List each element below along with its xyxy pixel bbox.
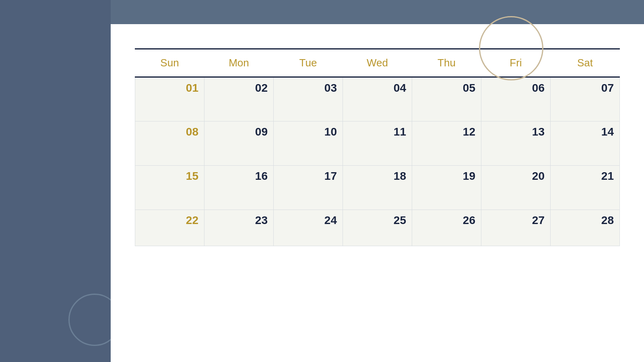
calendar-week-row: 08091011121314: [135, 121, 620, 166]
calendar-day: 27: [481, 210, 551, 246]
calendar-day: 09: [204, 121, 274, 166]
day-header-tue: Tue: [274, 49, 343, 77]
calendar-day: 20: [481, 166, 551, 210]
calendar-week-row: 22232425262728: [135, 210, 620, 246]
calendar-day: 08: [135, 121, 204, 166]
calendar-day: 02: [204, 77, 274, 121]
calendar-day: 17: [274, 166, 343, 210]
day-header-thu: Thu: [412, 49, 481, 77]
calendar-day: 07: [551, 77, 620, 121]
calendar-day: 04: [343, 77, 412, 121]
calendar-day: 24: [274, 210, 343, 246]
days-header-row: Sun Mon Tue Wed Thu Fri Sat: [135, 49, 620, 77]
calendar-week-row: 15161718192021: [135, 166, 620, 210]
day-header-wed: Wed: [343, 49, 412, 77]
circle-decoration-right: [479, 16, 543, 80]
calendar-day: 28: [551, 210, 620, 246]
calendar-day: 06: [481, 77, 551, 121]
calendar-day: 19: [412, 166, 481, 210]
calendar-day: 25: [343, 210, 412, 246]
day-header-mon: Mon: [204, 49, 274, 77]
calendar-day: 13: [481, 121, 551, 166]
day-header-sat: Sat: [551, 49, 620, 77]
calendar-day: 22: [135, 210, 204, 246]
calendar-container: Sun Mon Tue Wed Thu Fri Sat 010203040506…: [111, 24, 644, 362]
calendar-day: 15: [135, 166, 204, 210]
calendar-grid: Sun Mon Tue Wed Thu Fri Sat 010203040506…: [135, 49, 620, 246]
calendar-day: 10: [274, 121, 343, 166]
day-header-sun: Sun: [135, 49, 204, 77]
calendar-day: 23: [204, 210, 274, 246]
calendar-day: 11: [343, 121, 412, 166]
calendar-week-row: 01020304050607: [135, 77, 620, 121]
calendar-day: 05: [412, 77, 481, 121]
calendar-day: 21: [551, 166, 620, 210]
calendar-day: 26: [412, 210, 481, 246]
calendar-day: 03: [274, 77, 343, 121]
calendar-day: 18: [343, 166, 412, 210]
calendar-day: 12: [412, 121, 481, 166]
calendar-day: 14: [551, 121, 620, 166]
top-bar: [111, 0, 644, 24]
calendar-day: 01: [135, 77, 204, 121]
calendar-day: 16: [204, 166, 274, 210]
